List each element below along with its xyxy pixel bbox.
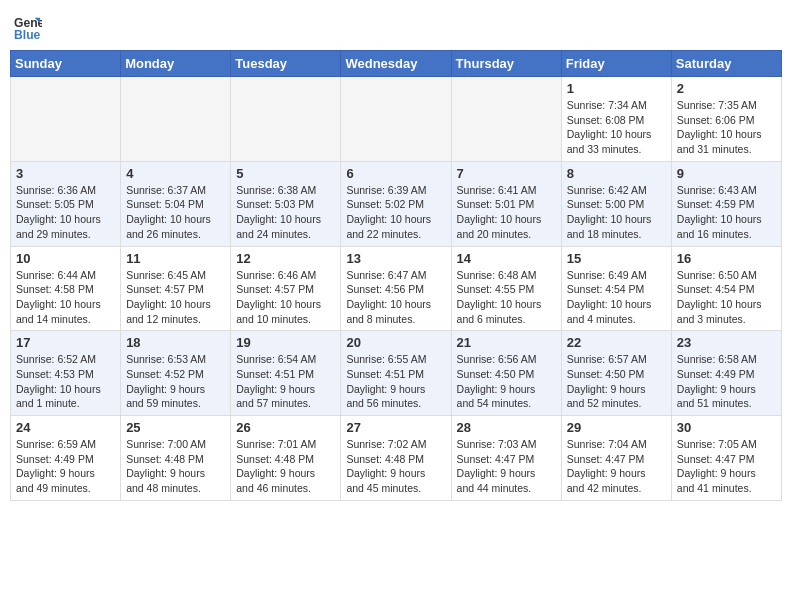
weekday-header-sunday: Sunday	[11, 51, 121, 77]
calendar-day-cell: 26Sunrise: 7:01 AM Sunset: 4:48 PM Dayli…	[231, 416, 341, 501]
day-info: Sunrise: 6:44 AM Sunset: 4:58 PM Dayligh…	[16, 268, 115, 327]
day-info: Sunrise: 6:36 AM Sunset: 5:05 PM Dayligh…	[16, 183, 115, 242]
day-number: 24	[16, 420, 115, 435]
calendar-day-cell	[11, 77, 121, 162]
calendar-day-cell: 1Sunrise: 7:34 AM Sunset: 6:08 PM Daylig…	[561, 77, 671, 162]
day-number: 26	[236, 420, 335, 435]
day-number: 29	[567, 420, 666, 435]
calendar-day-cell: 30Sunrise: 7:05 AM Sunset: 4:47 PM Dayli…	[671, 416, 781, 501]
calendar-day-cell: 11Sunrise: 6:45 AM Sunset: 4:57 PM Dayli…	[121, 246, 231, 331]
calendar-week-row: 17Sunrise: 6:52 AM Sunset: 4:53 PM Dayli…	[11, 331, 782, 416]
day-info: Sunrise: 7:03 AM Sunset: 4:47 PM Dayligh…	[457, 437, 556, 496]
day-info: Sunrise: 6:54 AM Sunset: 4:51 PM Dayligh…	[236, 352, 335, 411]
day-number: 27	[346, 420, 445, 435]
day-number: 7	[457, 166, 556, 181]
day-info: Sunrise: 7:02 AM Sunset: 4:48 PM Dayligh…	[346, 437, 445, 496]
calendar-day-cell: 18Sunrise: 6:53 AM Sunset: 4:52 PM Dayli…	[121, 331, 231, 416]
day-number: 1	[567, 81, 666, 96]
day-number: 10	[16, 251, 115, 266]
calendar-week-row: 1Sunrise: 7:34 AM Sunset: 6:08 PM Daylig…	[11, 77, 782, 162]
calendar-day-cell: 7Sunrise: 6:41 AM Sunset: 5:01 PM Daylig…	[451, 161, 561, 246]
calendar-day-cell: 20Sunrise: 6:55 AM Sunset: 4:51 PM Dayli…	[341, 331, 451, 416]
calendar-day-cell: 10Sunrise: 6:44 AM Sunset: 4:58 PM Dayli…	[11, 246, 121, 331]
day-info: Sunrise: 6:42 AM Sunset: 5:00 PM Dayligh…	[567, 183, 666, 242]
logo: General Blue	[14, 14, 42, 42]
day-info: Sunrise: 6:53 AM Sunset: 4:52 PM Dayligh…	[126, 352, 225, 411]
weekday-row: SundayMondayTuesdayWednesdayThursdayFrid…	[11, 51, 782, 77]
calendar-body: 1Sunrise: 7:34 AM Sunset: 6:08 PM Daylig…	[11, 77, 782, 501]
day-info: Sunrise: 6:38 AM Sunset: 5:03 PM Dayligh…	[236, 183, 335, 242]
calendar-day-cell: 25Sunrise: 7:00 AM Sunset: 4:48 PM Dayli…	[121, 416, 231, 501]
day-number: 22	[567, 335, 666, 350]
calendar-header: SundayMondayTuesdayWednesdayThursdayFrid…	[11, 51, 782, 77]
day-info: Sunrise: 6:46 AM Sunset: 4:57 PM Dayligh…	[236, 268, 335, 327]
calendar-day-cell: 16Sunrise: 6:50 AM Sunset: 4:54 PM Dayli…	[671, 246, 781, 331]
day-number: 2	[677, 81, 776, 96]
day-info: Sunrise: 6:52 AM Sunset: 4:53 PM Dayligh…	[16, 352, 115, 411]
day-number: 13	[346, 251, 445, 266]
calendar-day-cell	[231, 77, 341, 162]
day-info: Sunrise: 6:57 AM Sunset: 4:50 PM Dayligh…	[567, 352, 666, 411]
svg-text:Blue: Blue	[14, 28, 41, 42]
day-number: 9	[677, 166, 776, 181]
day-info: Sunrise: 7:01 AM Sunset: 4:48 PM Dayligh…	[236, 437, 335, 496]
day-number: 14	[457, 251, 556, 266]
day-number: 18	[126, 335, 225, 350]
day-number: 19	[236, 335, 335, 350]
day-number: 15	[567, 251, 666, 266]
calendar-week-row: 24Sunrise: 6:59 AM Sunset: 4:49 PM Dayli…	[11, 416, 782, 501]
day-info: Sunrise: 7:35 AM Sunset: 6:06 PM Dayligh…	[677, 98, 776, 157]
day-info: Sunrise: 6:45 AM Sunset: 4:57 PM Dayligh…	[126, 268, 225, 327]
day-info: Sunrise: 7:34 AM Sunset: 6:08 PM Dayligh…	[567, 98, 666, 157]
day-info: Sunrise: 7:04 AM Sunset: 4:47 PM Dayligh…	[567, 437, 666, 496]
calendar-day-cell: 23Sunrise: 6:58 AM Sunset: 4:49 PM Dayli…	[671, 331, 781, 416]
calendar-day-cell: 19Sunrise: 6:54 AM Sunset: 4:51 PM Dayli…	[231, 331, 341, 416]
day-info: Sunrise: 6:41 AM Sunset: 5:01 PM Dayligh…	[457, 183, 556, 242]
day-number: 11	[126, 251, 225, 266]
calendar-day-cell: 12Sunrise: 6:46 AM Sunset: 4:57 PM Dayli…	[231, 246, 341, 331]
day-info: Sunrise: 6:50 AM Sunset: 4:54 PM Dayligh…	[677, 268, 776, 327]
day-info: Sunrise: 6:59 AM Sunset: 4:49 PM Dayligh…	[16, 437, 115, 496]
weekday-header-monday: Monday	[121, 51, 231, 77]
day-info: Sunrise: 6:37 AM Sunset: 5:04 PM Dayligh…	[126, 183, 225, 242]
calendar-day-cell	[341, 77, 451, 162]
day-number: 16	[677, 251, 776, 266]
calendar-day-cell: 24Sunrise: 6:59 AM Sunset: 4:49 PM Dayli…	[11, 416, 121, 501]
day-info: Sunrise: 6:48 AM Sunset: 4:55 PM Dayligh…	[457, 268, 556, 327]
calendar-week-row: 10Sunrise: 6:44 AM Sunset: 4:58 PM Dayli…	[11, 246, 782, 331]
calendar-day-cell: 21Sunrise: 6:56 AM Sunset: 4:50 PM Dayli…	[451, 331, 561, 416]
weekday-header-thursday: Thursday	[451, 51, 561, 77]
day-number: 8	[567, 166, 666, 181]
day-number: 25	[126, 420, 225, 435]
calendar-day-cell: 14Sunrise: 6:48 AM Sunset: 4:55 PM Dayli…	[451, 246, 561, 331]
calendar-day-cell: 28Sunrise: 7:03 AM Sunset: 4:47 PM Dayli…	[451, 416, 561, 501]
day-number: 20	[346, 335, 445, 350]
calendar-day-cell: 8Sunrise: 6:42 AM Sunset: 5:00 PM Daylig…	[561, 161, 671, 246]
day-number: 6	[346, 166, 445, 181]
calendar-day-cell: 22Sunrise: 6:57 AM Sunset: 4:50 PM Dayli…	[561, 331, 671, 416]
weekday-header-wednesday: Wednesday	[341, 51, 451, 77]
calendar-day-cell	[451, 77, 561, 162]
calendar-day-cell: 5Sunrise: 6:38 AM Sunset: 5:03 PM Daylig…	[231, 161, 341, 246]
day-number: 4	[126, 166, 225, 181]
calendar-day-cell: 15Sunrise: 6:49 AM Sunset: 4:54 PM Dayli…	[561, 246, 671, 331]
day-number: 23	[677, 335, 776, 350]
logo-icon: General Blue	[14, 14, 42, 42]
weekday-header-saturday: Saturday	[671, 51, 781, 77]
calendar-table: SundayMondayTuesdayWednesdayThursdayFrid…	[10, 50, 782, 501]
calendar-day-cell: 3Sunrise: 6:36 AM Sunset: 5:05 PM Daylig…	[11, 161, 121, 246]
day-number: 3	[16, 166, 115, 181]
weekday-header-friday: Friday	[561, 51, 671, 77]
calendar-day-cell: 29Sunrise: 7:04 AM Sunset: 4:47 PM Dayli…	[561, 416, 671, 501]
day-number: 12	[236, 251, 335, 266]
calendar-day-cell: 4Sunrise: 6:37 AM Sunset: 5:04 PM Daylig…	[121, 161, 231, 246]
day-number: 5	[236, 166, 335, 181]
calendar-day-cell: 17Sunrise: 6:52 AM Sunset: 4:53 PM Dayli…	[11, 331, 121, 416]
day-info: Sunrise: 6:55 AM Sunset: 4:51 PM Dayligh…	[346, 352, 445, 411]
calendar-day-cell: 9Sunrise: 6:43 AM Sunset: 4:59 PM Daylig…	[671, 161, 781, 246]
weekday-header-tuesday: Tuesday	[231, 51, 341, 77]
calendar-day-cell: 27Sunrise: 7:02 AM Sunset: 4:48 PM Dayli…	[341, 416, 451, 501]
calendar-week-row: 3Sunrise: 6:36 AM Sunset: 5:05 PM Daylig…	[11, 161, 782, 246]
day-info: Sunrise: 7:05 AM Sunset: 4:47 PM Dayligh…	[677, 437, 776, 496]
day-info: Sunrise: 6:39 AM Sunset: 5:02 PM Dayligh…	[346, 183, 445, 242]
